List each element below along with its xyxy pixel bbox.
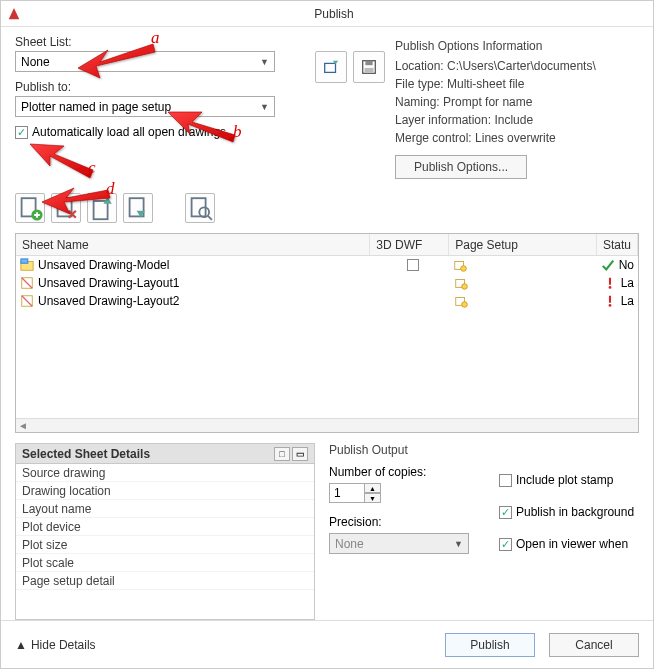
import-button[interactable] [315, 51, 347, 83]
details-restore-icon[interactable]: □ [274, 447, 290, 461]
add-sheet-button[interactable] [15, 193, 45, 223]
row-status: No [619, 258, 634, 272]
info-layer: Layer information: Include [395, 113, 639, 127]
publish-button[interactable]: Publish [445, 633, 535, 657]
publishto-label: Publish to: [15, 80, 315, 94]
chevron-down-icon: ▼ [454, 539, 463, 549]
svg-point-14 [460, 266, 466, 272]
svg-point-21 [462, 302, 468, 308]
svg-rect-6 [58, 198, 72, 216]
sheet-add-icon [16, 194, 44, 222]
info-naming: Naming: Prompt for name [395, 95, 639, 109]
detail-row: Drawing location [16, 482, 314, 500]
svg-point-17 [462, 284, 468, 290]
publishto-dropdown[interactable]: Plotter named in page setup ▼ [15, 96, 275, 117]
svg-rect-3 [365, 68, 374, 73]
sheet-header: Sheet Name 3D DWF Page Setup Statu [16, 234, 638, 256]
col-3ddwf[interactable]: 3D DWF [370, 234, 449, 255]
svg-rect-0 [325, 63, 336, 72]
plotstamp-checkbox[interactable] [499, 474, 512, 487]
svg-rect-2 [365, 61, 372, 65]
copies-down-button[interactable]: ▼ [365, 493, 381, 503]
viewer-label: Open in viewer when [516, 537, 628, 551]
copies-label: Number of copies: [329, 465, 469, 479]
chevron-down-icon: ▼ [260, 102, 269, 112]
copies-up-button[interactable]: ▲ [365, 483, 381, 493]
autoload-label: Automatically load all open drawings [32, 125, 226, 139]
details-collapse-icon[interactable]: ▭ [292, 447, 308, 461]
row-name: Unsaved Drawing-Layout1 [38, 276, 179, 290]
sheetlist-dropdown[interactable]: None ▼ [15, 51, 275, 72]
background-label: Publish in background [516, 505, 634, 519]
annotation-c: c [88, 158, 96, 178]
row-status: La [621, 276, 634, 290]
row-name: Unsaved Drawing-Model [38, 258, 169, 272]
hide-details-toggle[interactable]: ▲ Hide Details [15, 638, 96, 652]
detail-row: Plot scale [16, 554, 314, 572]
preview-button[interactable] [185, 193, 215, 223]
sheet-down-icon [124, 194, 152, 222]
annotation-a: a [151, 28, 160, 48]
sheet-list-panel: Sheet Name 3D DWF Page Setup Statu Unsav… [15, 233, 639, 433]
table-row[interactable]: Unsaved Drawing-ModelNo [16, 256, 638, 274]
info-filetype: File type: Multi-sheet file [395, 77, 639, 91]
copies-input[interactable] [329, 483, 365, 503]
table-row[interactable]: Unsaved Drawing-Layout2La [16, 292, 638, 310]
background-checkbox[interactable] [499, 506, 512, 519]
chevron-down-icon: ▼ [260, 57, 269, 67]
plotstamp-label: Include plot stamp [516, 473, 613, 487]
horizontal-scrollbar[interactable]: ◄ [16, 418, 638, 432]
publishto-value: Plotter named in page setup [21, 100, 171, 114]
detail-row: Layout name [16, 500, 314, 518]
precision-dropdown: None ▼ [329, 533, 469, 554]
save-button[interactable] [353, 51, 385, 83]
output-heading: Publish Output [329, 443, 639, 457]
table-row[interactable]: Unsaved Drawing-Layout1La [16, 274, 638, 292]
title-bar: Publish [1, 1, 653, 27]
sheet-remove-icon [52, 194, 80, 222]
dwf-checkbox[interactable] [407, 259, 419, 271]
svg-point-18 [608, 286, 611, 289]
collapse-icon: ▲ [15, 638, 27, 652]
col-status[interactable]: Statu [597, 234, 638, 255]
annotation-b: b [233, 122, 242, 142]
window-title: Publish [21, 7, 647, 21]
svg-rect-12 [21, 259, 28, 263]
col-pagesetup[interactable]: Page Setup [449, 234, 597, 255]
detail-row: Page setup detail [16, 572, 314, 590]
save-icon [360, 58, 378, 76]
move-down-button[interactable] [123, 193, 153, 223]
sheetlist-label: Sheet List: [15, 35, 315, 49]
col-sheetname[interactable]: Sheet Name [16, 234, 370, 255]
info-merge: Merge control: Lines overwrite [395, 131, 639, 145]
row-status: La [621, 294, 634, 308]
sheetlist-value: None [21, 55, 50, 69]
detail-row: Plot size [16, 536, 314, 554]
import-icon [322, 58, 340, 76]
details-heading: Selected Sheet Details □ ▭ [15, 443, 315, 463]
preview-icon [186, 194, 214, 222]
options-heading: Publish Options Information [395, 39, 639, 53]
app-icon [7, 7, 21, 21]
remove-sheet-button[interactable] [51, 193, 81, 223]
svg-point-22 [608, 304, 611, 307]
precision-label: Precision: [329, 515, 469, 529]
publish-options-button[interactable]: Publish Options... [395, 155, 527, 179]
viewer-checkbox[interactable] [499, 538, 512, 551]
annotation-d: d [106, 179, 115, 199]
autoload-checkbox[interactable] [15, 126, 28, 139]
detail-row: Source drawing [16, 464, 314, 482]
info-location: Location: C:\Users\Carter\documents\ [395, 59, 639, 73]
detail-row: Plot device [16, 518, 314, 536]
cancel-button[interactable]: Cancel [549, 633, 639, 657]
row-name: Unsaved Drawing-Layout2 [38, 294, 179, 308]
